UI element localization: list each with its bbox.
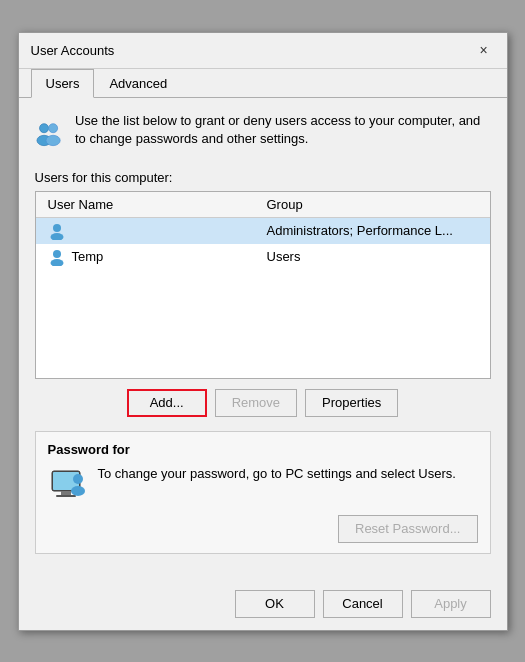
table-header: User Name Group (36, 192, 490, 218)
col-group: Group (263, 195, 482, 214)
cell-group-2: Users (263, 247, 482, 266)
svg-point-12 (73, 474, 83, 484)
password-section: Password for To change your password, go… (35, 431, 491, 554)
table-body: Administrators; Performance L... Temp Us… (36, 218, 490, 378)
svg-point-4 (53, 224, 61, 232)
users-icon (35, 112, 63, 156)
cell-username-1 (44, 220, 263, 242)
users-table: User Name Group Administrators; Performa… (35, 191, 491, 379)
apply-button[interactable]: Apply (411, 590, 491, 618)
ok-button[interactable]: OK (235, 590, 315, 618)
svg-point-13 (71, 486, 85, 496)
close-button[interactable]: × (473, 39, 495, 61)
users-section-label: Users for this computer: (35, 170, 491, 185)
user-row-icon-1 (48, 222, 66, 240)
properties-button[interactable]: Properties (305, 389, 398, 417)
svg-rect-10 (61, 491, 71, 495)
tab-users[interactable]: Users (31, 69, 95, 98)
cell-username-2: Temp (44, 246, 263, 268)
svg-point-2 (48, 123, 57, 132)
svg-point-3 (45, 135, 59, 145)
title-bar: User Accounts × (19, 33, 507, 69)
tab-advanced[interactable]: Advanced (94, 69, 182, 98)
bottom-buttons: OK Cancel Apply (19, 582, 507, 630)
reset-password-button[interactable]: Reset Password... (338, 515, 478, 543)
action-buttons: Add... Remove Properties (35, 389, 491, 417)
tabs-container: Users Advanced (19, 69, 507, 98)
cancel-button[interactable]: Cancel (323, 590, 403, 618)
password-btn-row: Reset Password... (48, 515, 478, 543)
info-text: Use the list below to grant or deny user… (75, 112, 491, 148)
svg-point-5 (50, 233, 63, 240)
user-accounts-window: User Accounts × Users Advanced Use the l… (18, 32, 508, 631)
svg-point-0 (39, 123, 48, 132)
password-label: Password for (48, 442, 478, 457)
password-text: To change your password, go to PC settin… (98, 465, 456, 483)
svg-point-7 (50, 259, 63, 266)
remove-button[interactable]: Remove (215, 389, 297, 417)
cell-group-1: Administrators; Performance L... (263, 221, 482, 240)
table-row[interactable]: Administrators; Performance L... (36, 218, 490, 244)
table-row[interactable]: Temp Users (36, 244, 490, 270)
window-title: User Accounts (31, 43, 115, 58)
password-icon (48, 465, 88, 505)
add-button[interactable]: Add... (127, 389, 207, 417)
tab-content: Use the list below to grant or deny user… (19, 98, 507, 582)
svg-point-6 (53, 250, 61, 258)
info-section: Use the list below to grant or deny user… (35, 112, 491, 156)
col-username: User Name (44, 195, 263, 214)
user-row-icon-2 (48, 248, 66, 266)
password-info: To change your password, go to PC settin… (48, 465, 478, 505)
svg-rect-11 (56, 495, 76, 497)
